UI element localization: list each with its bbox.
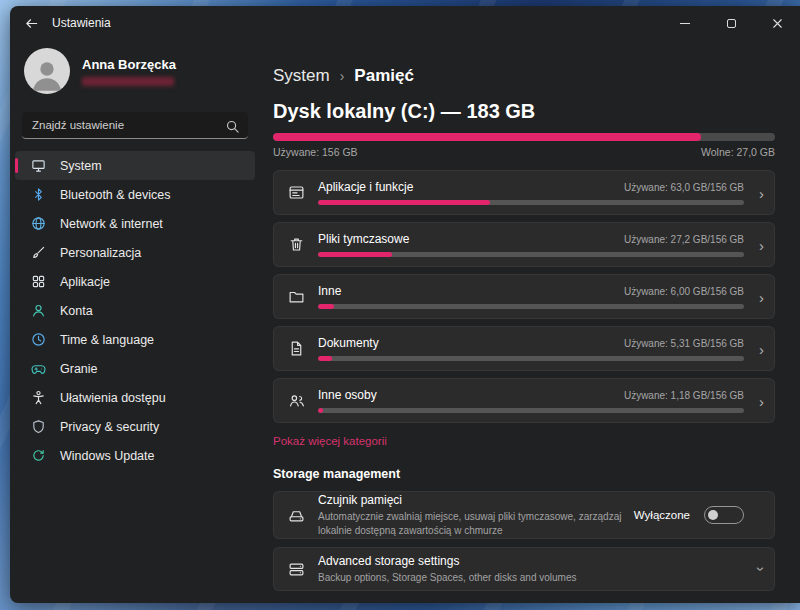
sidebar-item-apps[interactable]: Aplikacje bbox=[15, 267, 255, 296]
main-content: System › Pamięć Dysk lokalny (C:) — 183 … bbox=[260, 40, 800, 603]
person-silhouette-icon bbox=[27, 54, 67, 94]
category-usage: Używane: 6,00 GB/156 GB bbox=[624, 286, 744, 297]
sidebar-item-label: Network & internet bbox=[60, 217, 163, 231]
chevron-right-icon: › bbox=[759, 289, 764, 304]
clock-icon bbox=[31, 332, 46, 347]
storage-sense-toggle[interactable] bbox=[704, 506, 744, 524]
brush-icon bbox=[31, 245, 46, 260]
sidebar-item-label: Personalizacja bbox=[60, 246, 141, 260]
user-name: Anna Borzęcka bbox=[82, 57, 176, 72]
storage-sense-icon bbox=[288, 507, 305, 524]
sidebar-item-label: Konta bbox=[60, 304, 93, 318]
window-title: Ustawienia bbox=[52, 16, 111, 30]
category-bar-fill bbox=[318, 408, 323, 413]
breadcrumb-current: Pamięć bbox=[354, 66, 414, 86]
category-title: Inne bbox=[318, 284, 341, 298]
document-icon bbox=[288, 340, 305, 357]
category-bar-fill bbox=[318, 252, 392, 257]
sidebar: Anna Borzęcka System Bluetooth & devices… bbox=[10, 40, 260, 603]
sidebar-item-label: Ułatwienia dostępu bbox=[60, 391, 166, 405]
accessibility-icon bbox=[31, 390, 46, 405]
category-bar bbox=[318, 304, 744, 309]
avatar bbox=[24, 48, 70, 94]
advanced-storage-card[interactable]: Advanced storage settings Backup options… bbox=[273, 547, 775, 591]
sidebar-item-label: System bbox=[60, 159, 102, 173]
category-card-other[interactable]: Inne Używane: 6,00 GB/156 GB › bbox=[273, 274, 775, 319]
shield-icon bbox=[31, 419, 46, 434]
used-label: Używane: 156 GB bbox=[273, 146, 358, 158]
advanced-storage-description: Backup options, Storage Spaces, other di… bbox=[318, 571, 690, 585]
search-box bbox=[22, 112, 248, 139]
folder-icon bbox=[288, 288, 305, 305]
maximize-button[interactable] bbox=[708, 9, 754, 37]
chevron-right-icon: › bbox=[759, 341, 764, 356]
breadcrumb-system[interactable]: System bbox=[273, 66, 330, 86]
apps-features-icon bbox=[288, 184, 305, 201]
category-card-temp-files[interactable]: Pliki tymczasowe Używane: 27,2 GB/156 GB… bbox=[273, 222, 775, 267]
storage-sense-description: Automatycznie zwalniaj miejsce, usuwaj p… bbox=[318, 510, 634, 537]
category-bar bbox=[318, 200, 744, 205]
storage-sense-title: Czujnik pamięci bbox=[318, 493, 634, 507]
person-icon bbox=[31, 303, 46, 318]
category-title: Pliki tymczasowe bbox=[318, 232, 409, 246]
storage-sense-card[interactable]: Czujnik pamięci Automatycznie zwalniaj m… bbox=[273, 491, 775, 539]
disk-usage-fill bbox=[273, 133, 701, 141]
sidebar-item-personalization[interactable]: Personalizacja bbox=[15, 238, 255, 267]
category-card-documents[interactable]: Dokumenty Używane: 5,31 GB/156 GB › bbox=[273, 326, 775, 371]
category-bar-fill bbox=[318, 200, 490, 205]
sidebar-item-accounts[interactable]: Konta bbox=[15, 296, 255, 325]
storage-stack-icon bbox=[288, 561, 305, 578]
close-icon bbox=[770, 16, 785, 31]
category-bar bbox=[318, 252, 744, 257]
category-bar-fill bbox=[318, 356, 332, 361]
show-more-categories-link[interactable]: Pokaż więcej kategorii bbox=[273, 435, 387, 447]
category-usage: Używane: 1,18 GB/156 GB bbox=[624, 390, 744, 401]
sidebar-item-gaming[interactable]: Granie bbox=[15, 354, 255, 383]
category-title: Inne osoby bbox=[318, 388, 377, 402]
disk-usage-bar bbox=[273, 133, 775, 141]
sidebar-item-time-language[interactable]: Time & language bbox=[15, 325, 255, 354]
globe-icon bbox=[31, 216, 46, 231]
sidebar-item-label: Windows Update bbox=[60, 449, 155, 463]
disk-title: Dysk lokalny (C:) — 183 GB bbox=[273, 100, 775, 123]
breadcrumb-separator-icon: › bbox=[340, 68, 345, 84]
minimize-button[interactable] bbox=[662, 9, 708, 37]
advanced-storage-title: Advanced storage settings bbox=[318, 554, 744, 568]
sidebar-item-system[interactable]: System bbox=[15, 151, 255, 180]
user-profile[interactable]: Anna Borzęcka bbox=[10, 40, 260, 108]
window-controls bbox=[662, 9, 800, 37]
sidebar-item-label: Bluetooth & devices bbox=[60, 188, 171, 202]
sidebar-item-network-internet[interactable]: Network & internet bbox=[15, 209, 255, 238]
search-input[interactable] bbox=[22, 112, 248, 139]
bluetooth-icon bbox=[31, 187, 46, 202]
close-button[interactable] bbox=[754, 9, 800, 37]
category-card-apps-features[interactable]: Aplikacje i funkcje Używane: 63,0 GB/156… bbox=[273, 170, 775, 215]
settings-window: Ustawienia Anna Borzęcka bbox=[10, 6, 800, 603]
back-button[interactable] bbox=[10, 6, 52, 40]
category-usage: Używane: 27,2 GB/156 GB bbox=[624, 234, 744, 245]
category-card-other-people[interactable]: Inne osoby Używane: 1,18 GB/156 GB › bbox=[273, 378, 775, 423]
sidebar-item-label: Privacy & security bbox=[60, 420, 159, 434]
chevron-right-icon: › bbox=[759, 185, 764, 200]
category-title: Dokumenty bbox=[318, 336, 379, 350]
sidebar-item-windows-update[interactable]: Windows Update bbox=[15, 441, 255, 470]
search-icon bbox=[225, 119, 240, 134]
apps-grid-icon bbox=[31, 274, 46, 289]
sidebar-item-label: Granie bbox=[60, 362, 98, 376]
breadcrumb: System › Pamięć bbox=[273, 66, 775, 86]
back-arrow-icon bbox=[24, 16, 39, 31]
titlebar: Ustawienia bbox=[10, 6, 800, 40]
chevron-down-icon: › bbox=[754, 567, 769, 572]
free-label: Wolne: 27,0 GB bbox=[701, 146, 775, 158]
gamepad-icon bbox=[31, 361, 46, 376]
maximize-icon bbox=[727, 19, 736, 28]
disk-usage-labels: Używane: 156 GB Wolne: 27,0 GB bbox=[273, 146, 775, 158]
category-bar-fill bbox=[318, 304, 334, 309]
sidebar-item-accessibility[interactable]: Ułatwienia dostępu bbox=[15, 383, 255, 412]
sidebar-item-privacy-security[interactable]: Privacy & security bbox=[15, 412, 255, 441]
update-icon bbox=[31, 448, 46, 463]
sidebar-item-bluetooth-devices[interactable]: Bluetooth & devices bbox=[15, 180, 255, 209]
sidebar-item-label: Aplikacje bbox=[60, 275, 110, 289]
minimize-icon bbox=[680, 23, 690, 24]
category-list: Aplikacje i funkcje Używane: 63,0 GB/156… bbox=[273, 170, 775, 423]
